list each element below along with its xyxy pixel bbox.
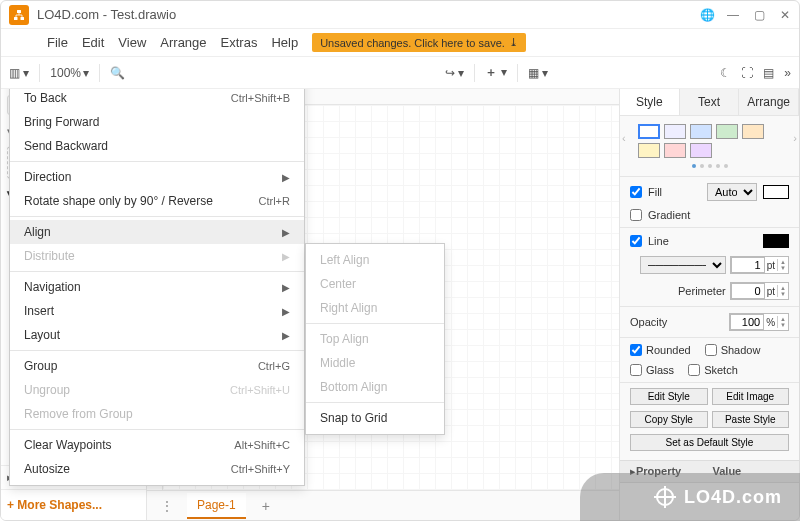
align-submenu: Left Align Center Right Align Top Align … xyxy=(305,243,445,435)
fill-mode-select[interactable]: Auto xyxy=(707,183,757,201)
tab-style[interactable]: Style xyxy=(620,89,680,115)
add-page-button[interactable]: + xyxy=(254,498,278,514)
connection-icon[interactable]: ↪ ▾ xyxy=(445,66,464,80)
tab-text[interactable]: Text xyxy=(680,89,740,115)
table-icon[interactable]: ▦ ▾ xyxy=(528,66,548,80)
menu-help[interactable]: Help xyxy=(271,35,298,50)
opacity-label: Opacity xyxy=(630,316,667,328)
menu-align[interactable]: Align▶ xyxy=(10,220,304,244)
crosshair-icon xyxy=(656,488,674,506)
swatch-lavender[interactable] xyxy=(664,124,686,139)
rounded-label: Rounded xyxy=(646,344,691,356)
fill-label: Fill xyxy=(648,186,701,198)
maximize-button[interactable]: ▢ xyxy=(753,9,765,21)
collapse-icon[interactable]: » xyxy=(784,66,791,80)
zoom-level[interactable]: 100% xyxy=(50,66,81,80)
svg-rect-2 xyxy=(21,17,25,20)
swatch-green[interactable] xyxy=(716,124,738,139)
svg-rect-0 xyxy=(17,10,21,13)
watermark: LO4D.com xyxy=(580,473,800,521)
copy-style-button[interactable]: Copy Style xyxy=(630,411,708,428)
fill-checkbox[interactable] xyxy=(630,186,642,198)
fill-color-chip[interactable] xyxy=(763,185,789,199)
add-icon[interactable]: ＋ ▾ xyxy=(485,64,506,81)
menu-layout[interactable]: Layout▶ xyxy=(10,323,304,347)
menu-insert[interactable]: Insert▶ xyxy=(10,299,304,323)
gradient-label: Gradient xyxy=(648,209,789,221)
menu-bar: File Edit View Arrange Extras Help Unsav… xyxy=(1,29,799,57)
swatch-purple[interactable] xyxy=(690,143,712,158)
zoom-in-icon[interactable]: 🔍 xyxy=(110,66,125,80)
menu-bring-forward[interactable]: Bring Forward xyxy=(10,110,304,134)
glass-checkbox[interactable] xyxy=(630,364,642,376)
swatch-orange[interactable] xyxy=(742,124,764,139)
menu-send-backward[interactable]: Send Backward xyxy=(10,134,304,158)
menu-to-back[interactable]: To BackCtrl+Shift+B xyxy=(10,89,304,110)
default-style-button[interactable]: Set as Default Style xyxy=(630,434,789,451)
shadow-checkbox[interactable] xyxy=(705,344,717,356)
page-tabs: ⋮ Page-1 + xyxy=(147,490,619,520)
menu-edit[interactable]: Edit xyxy=(82,35,104,50)
menu-remove-from-group: Remove from Group xyxy=(10,402,304,426)
toolbar: ▥ ▾ 100% ▾ 🔍 ↪ ▾ ＋ ▾ ▦ ▾ ☾ ⛶ ▤ » xyxy=(1,57,799,89)
sidebar-toggle-icon[interactable]: ▥ ▾ xyxy=(9,66,29,80)
title-bar: LO4D.com - Test.drawio 🌐 — ▢ ✕ xyxy=(1,1,799,29)
menu-extras[interactable]: Extras xyxy=(221,35,258,50)
page-menu-icon[interactable]: ⋮ xyxy=(155,499,179,513)
submenu-middle: Middle xyxy=(306,351,444,375)
page-tab-1[interactable]: Page-1 xyxy=(187,493,246,519)
perimeter-stepper[interactable]: pt▲▼ xyxy=(730,282,789,300)
paste-style-button[interactable]: Paste Style xyxy=(712,411,790,428)
menu-direction[interactable]: Direction▶ xyxy=(10,165,304,189)
format-panel: Style Text Arrange ‹ › Fill xyxy=(619,89,799,520)
line-label: Line xyxy=(648,235,757,247)
swatch-blue[interactable] xyxy=(690,124,712,139)
app-logo-icon xyxy=(9,5,29,25)
submenu-center: Center xyxy=(306,272,444,296)
close-button[interactable]: ✕ xyxy=(779,9,791,21)
rounded-checkbox[interactable] xyxy=(630,344,642,356)
menu-view[interactable]: View xyxy=(118,35,146,50)
line-color-chip[interactable] xyxy=(763,234,789,248)
arrange-menu: To FrontCtrl+Shift+F To BackCtrl+Shift+B… xyxy=(9,89,305,486)
line-width-stepper[interactable]: pt▲▼ xyxy=(730,256,789,274)
menu-clear-waypoints[interactable]: Clear WaypointsAlt+Shift+C xyxy=(10,433,304,457)
sketch-label: Sketch xyxy=(704,364,738,376)
menu-group[interactable]: GroupCtrl+G xyxy=(10,354,304,378)
fullscreen-icon[interactable]: ⛶ xyxy=(741,66,753,80)
menu-file[interactable]: File xyxy=(47,35,68,50)
submenu-right-align: Right Align xyxy=(306,296,444,320)
edit-style-button[interactable]: Edit Style xyxy=(630,388,708,405)
edit-image-button[interactable]: Edit Image xyxy=(712,388,790,405)
gradient-checkbox[interactable] xyxy=(630,209,642,221)
menu-navigation[interactable]: Navigation▶ xyxy=(10,275,304,299)
format-icon[interactable]: ▤ xyxy=(763,66,774,80)
shadow-label: Shadow xyxy=(721,344,761,356)
swatch-red[interactable] xyxy=(664,143,686,158)
swatch-prev-icon[interactable]: ‹ xyxy=(622,132,626,144)
menu-rotate-90[interactable]: Rotate shape only by 90° / ReverseCtrl+R xyxy=(10,189,304,213)
sketch-checkbox[interactable] xyxy=(688,364,700,376)
submenu-left-align: Left Align xyxy=(306,248,444,272)
style-swatches: ‹ › xyxy=(620,116,799,162)
window-title: LO4D.com - Test.drawio xyxy=(37,7,701,22)
opacity-stepper[interactable]: %▲▼ xyxy=(729,313,789,331)
submenu-bottom-align: Bottom Align xyxy=(306,375,444,399)
menu-distribute: Distribute▶ xyxy=(10,244,304,268)
unsaved-changes-banner[interactable]: Unsaved changes. Click here to save. xyxy=(312,33,526,52)
swatch-yellow[interactable] xyxy=(638,143,660,158)
swatch-next-icon[interactable]: › xyxy=(793,132,797,144)
line-style-select[interactable]: ──────── xyxy=(640,256,726,274)
menu-arrange[interactable]: Arrange xyxy=(160,35,206,50)
more-shapes-button[interactable]: More Shapes... xyxy=(1,489,146,520)
globe-icon[interactable]: 🌐 xyxy=(701,9,713,21)
submenu-snap-to-grid[interactable]: Snap to Grid xyxy=(306,406,444,430)
watermark-text: LO4D.com xyxy=(684,487,782,508)
line-checkbox[interactable] xyxy=(630,235,642,247)
tab-arrange[interactable]: Arrange xyxy=(739,89,799,115)
swatch-white[interactable] xyxy=(638,124,660,139)
perimeter-label: Perimeter xyxy=(678,285,726,297)
theme-icon[interactable]: ☾ xyxy=(720,66,731,80)
minimize-button[interactable]: — xyxy=(727,9,739,21)
menu-autosize[interactable]: AutosizeCtrl+Shift+Y xyxy=(10,457,304,481)
